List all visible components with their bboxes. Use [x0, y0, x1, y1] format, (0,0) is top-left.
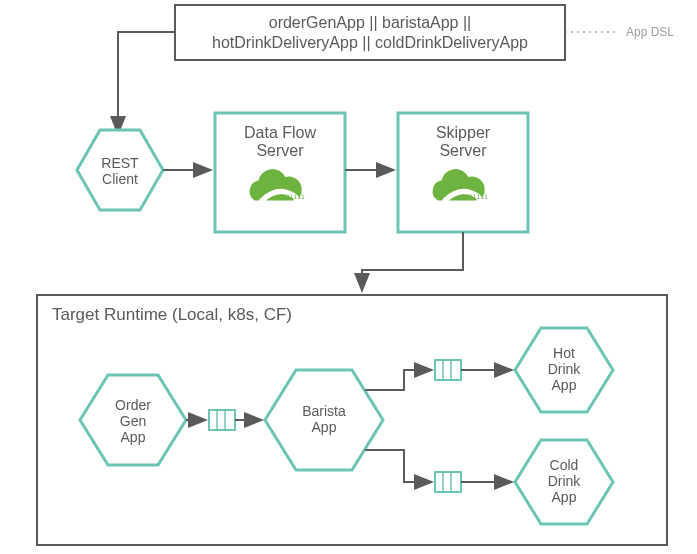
dsl-line-2: hotDrinkDeliveryApp || coldDrinkDelivery…	[212, 34, 528, 51]
dsl-line-1: orderGenApp || baristaApp ||	[269, 14, 472, 31]
ordergen-l1: Order	[115, 397, 151, 413]
cold-l3: App	[552, 489, 577, 505]
skipper-l2: Server	[439, 142, 487, 159]
runtime-title: Target Runtime (Local, k8s, CF)	[52, 305, 292, 324]
arrow-barista-to-q2	[365, 370, 432, 390]
app-dsl-label: App DSL	[626, 25, 674, 39]
dataflow-l1: Data Flow	[244, 124, 316, 141]
cold-l2: Drink	[548, 473, 582, 489]
hot-l3: App	[552, 377, 577, 393]
svg-rect-9	[435, 472, 461, 492]
svg-text:0101111: 0101111	[278, 193, 305, 200]
arrow-barista-to-q3	[365, 450, 432, 482]
cold-l1: Cold	[550, 457, 579, 473]
ordergen-l2: Gen	[120, 413, 146, 429]
rest-client-l2: Client	[102, 171, 138, 187]
queue-icon-2	[435, 360, 461, 380]
barista-l2: App	[312, 419, 337, 435]
svg-rect-6	[435, 360, 461, 380]
queue-icon-3	[435, 472, 461, 492]
queue-icon-1	[209, 410, 235, 430]
hot-l1: Hot	[553, 345, 575, 361]
skipper-l1: Skipper	[436, 124, 491, 141]
arrow-dsl-to-rest	[118, 32, 175, 134]
architecture-diagram: orderGenApp || baristaApp || hotDrinkDel…	[0, 0, 697, 554]
svg-text:0101111: 0101111	[461, 193, 488, 200]
barista-l1: Barista	[302, 403, 346, 419]
dataflow-l2: Server	[256, 142, 304, 159]
rest-client-l1: REST	[101, 155, 139, 171]
arrow-skipper-to-runtime	[362, 232, 463, 291]
hot-l2: Drink	[548, 361, 582, 377]
ordergen-l3: App	[121, 429, 146, 445]
svg-rect-3	[209, 410, 235, 430]
